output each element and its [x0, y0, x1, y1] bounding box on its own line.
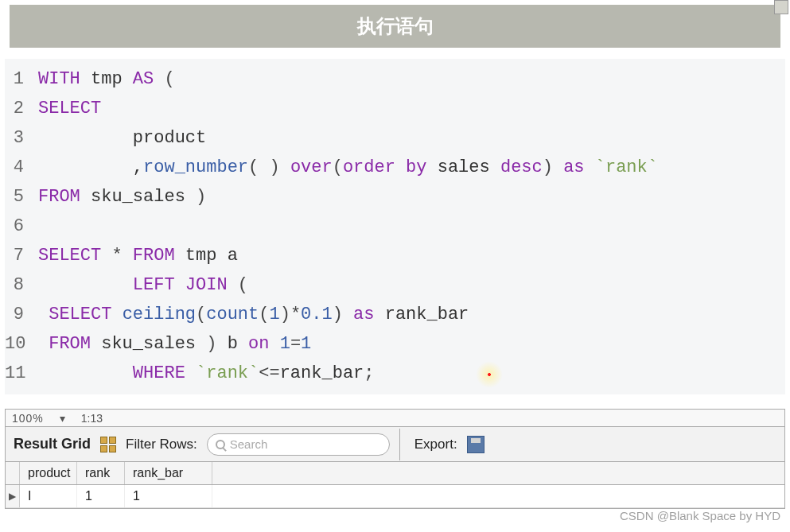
filter-rows-label: Filter Rows: — [126, 437, 197, 452]
code-content[interactable]: SELECT — [38, 95, 785, 124]
status-bar: 100% ▾ 1:13 — [6, 410, 784, 427]
results-panel: 100% ▾ 1:13 Result Grid Filter Rows: Sea… — [5, 409, 785, 509]
result-grid-label: Result Grid — [14, 436, 91, 452]
query-time: 1:13 — [81, 412, 103, 425]
line-number: 8 — [5, 271, 38, 301]
code-content[interactable]: SELECT * FROM tmp a — [38, 242, 785, 271]
grid-view-icon[interactable] — [100, 437, 116, 452]
line-number: 4 — [5, 153, 38, 183]
line-number: 9 — [5, 301, 38, 330]
column-header-rankbar[interactable]: rank_bar — [125, 462, 212, 484]
chevron-down-icon[interactable]: ▾ — [60, 412, 65, 425]
cell-rank[interactable]: 1 — [77, 485, 125, 507]
watermark: CSDN @Blank Space by HYD — [620, 509, 780, 522]
code-content[interactable]: ,row_number( ) over(order by sales desc)… — [38, 153, 785, 183]
code-line[interactable]: 8 LEFT JOIN ( — [5, 271, 785, 301]
line-number: 1 — [5, 65, 38, 95]
column-header-product[interactable]: product — [20, 462, 77, 484]
code-line[interactable]: 11 WHERE `rank`<=rank_bar; — [5, 359, 785, 389]
cell-product[interactable]: I — [20, 485, 77, 507]
cell-rankbar[interactable]: 1 — [125, 485, 212, 507]
line-number: 6 — [5, 212, 38, 242]
code-content[interactable]: WITH tmp AS ( — [38, 65, 785, 95]
code-content[interactable]: FROM sku_sales ) — [38, 183, 785, 212]
header-bar: 执行语句 — [10, 5, 780, 48]
code-content[interactable]: SELECT ceiling(count(1)*0.1) as rank_bar — [38, 301, 785, 330]
row-marker-header — [6, 462, 20, 484]
code-line[interactable]: 3 product — [5, 124, 785, 153]
current-row-marker: ▶ — [6, 485, 20, 507]
header-corner-icon — [774, 0, 788, 14]
toolbar-divider — [399, 429, 400, 460]
code-content[interactable]: LEFT JOIN ( — [38, 271, 785, 301]
zoom-level: 100% — [12, 412, 44, 425]
line-number: 2 — [5, 95, 38, 124]
code-line[interactable]: 6 — [5, 212, 785, 242]
code-content[interactable] — [38, 212, 785, 242]
export-label: Export: — [414, 437, 457, 452]
line-number: 7 — [5, 242, 38, 271]
code-line[interactable]: 4 ,row_number( ) over(order by sales des… — [5, 153, 785, 183]
search-icon — [216, 440, 225, 449]
search-placeholder: Search — [230, 437, 268, 451]
result-table: product rank rank_bar ▶ I 1 1 — [6, 462, 784, 508]
save-icon[interactable] — [467, 436, 485, 453]
table-row[interactable]: ▶ I 1 1 — [6, 485, 784, 508]
line-number: 11 — [5, 359, 38, 389]
line-number: 3 — [5, 124, 38, 153]
code-line[interactable]: 9 SELECT ceiling(count(1)*0.1) as rank_b… — [5, 301, 785, 330]
code-line[interactable]: 5FROM sku_sales ) — [5, 183, 785, 212]
header-title: 执行语句 — [357, 14, 434, 39]
column-header-rank[interactable]: rank — [77, 462, 125, 484]
filter-search-input[interactable]: Search — [207, 433, 390, 456]
code-content[interactable]: WHERE `rank`<=rank_bar; — [38, 359, 785, 389]
code-content[interactable]: FROM sku_sales ) b on 1=1 — [38, 330, 785, 359]
sql-editor[interactable]: 1WITH tmp AS (2SELECT3 product4 ,row_num… — [5, 59, 785, 394]
code-line[interactable]: 7SELECT * FROM tmp a — [5, 242, 785, 271]
code-content[interactable]: product — [38, 124, 785, 153]
table-header-row: product rank rank_bar — [6, 462, 784, 485]
code-line[interactable]: 1WITH tmp AS ( — [5, 65, 785, 95]
code-line[interactable]: 2SELECT — [5, 95, 785, 124]
line-number: 5 — [5, 183, 38, 212]
code-line[interactable]: 10 FROM sku_sales ) b on 1=1 — [5, 330, 785, 359]
result-toolbar: Result Grid Filter Rows: Search Export: — [6, 427, 784, 462]
line-number: 10 — [5, 330, 38, 359]
